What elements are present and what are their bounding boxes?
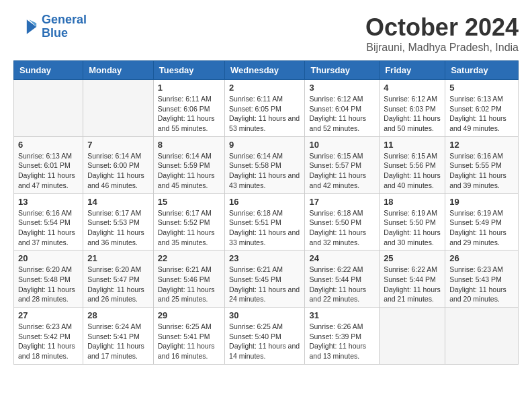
day-detail: Sunrise: 6:18 AMSunset: 5:51 PMDaylight:…	[229, 208, 300, 248]
day-detail: Sunrise: 6:17 AMSunset: 5:53 PMDaylight:…	[87, 208, 149, 248]
weekday-header-row: SundayMondayTuesdayWednesdayThursdayFrid…	[14, 61, 519, 80]
day-number: 23	[229, 253, 300, 263]
day-number: 11	[384, 140, 441, 150]
day-detail: Sunrise: 6:12 AMSunset: 6:04 PMDaylight:…	[309, 94, 375, 134]
calendar-cell: 3Sunrise: 6:12 AMSunset: 6:04 PMDaylight…	[305, 80, 380, 137]
day-detail: Sunrise: 6:19 AMSunset: 5:50 PMDaylight:…	[384, 208, 441, 248]
calendar-cell: 17Sunrise: 6:18 AMSunset: 5:50 PMDayligh…	[305, 193, 380, 250]
day-number: 22	[158, 253, 220, 263]
weekday-header-monday: Monday	[83, 61, 154, 80]
day-number: 17	[309, 197, 375, 207]
calendar-cell: 4Sunrise: 6:12 AMSunset: 6:03 PMDaylight…	[380, 80, 445, 137]
day-number: 9	[229, 140, 300, 150]
day-number: 12	[449, 140, 514, 150]
day-detail: Sunrise: 6:21 AMSunset: 5:45 PMDaylight:…	[229, 265, 300, 304]
day-number: 30	[229, 310, 300, 320]
weekday-header-wednesday: Wednesday	[225, 61, 305, 80]
day-number: 13	[18, 197, 79, 207]
day-number: 15	[158, 197, 220, 207]
day-detail: Sunrise: 6:26 AMSunset: 5:39 PMDaylight:…	[309, 322, 375, 361]
day-detail: Sunrise: 6:13 AMSunset: 6:02 PMDaylight:…	[449, 94, 514, 134]
day-detail: Sunrise: 6:18 AMSunset: 5:50 PMDaylight:…	[309, 208, 375, 248]
day-number: 28	[87, 310, 149, 320]
day-detail: Sunrise: 6:15 AMSunset: 5:56 PMDaylight:…	[384, 151, 441, 191]
day-detail: Sunrise: 6:19 AMSunset: 5:49 PMDaylight:…	[449, 208, 514, 248]
weekday-header-tuesday: Tuesday	[153, 61, 224, 80]
logo-icon	[13, 15, 38, 39]
calendar-cell: 16Sunrise: 6:18 AMSunset: 5:51 PMDayligh…	[225, 193, 305, 250]
day-number: 20	[18, 253, 79, 263]
calendar-cell: 15Sunrise: 6:17 AMSunset: 5:52 PMDayligh…	[153, 193, 224, 250]
day-detail: Sunrise: 6:24 AMSunset: 5:41 PMDaylight:…	[87, 322, 149, 361]
day-number: 26	[449, 253, 514, 263]
page-header: General Blue October 2024 Bijrauni, Madh…	[13, 13, 519, 54]
day-detail: Sunrise: 6:14 AMSunset: 6:00 PMDaylight:…	[87, 151, 149, 191]
calendar-cell: 31Sunrise: 6:26 AMSunset: 5:39 PMDayligh…	[305, 308, 380, 365]
day-number: 25	[384, 253, 441, 263]
calendar-cell: 18Sunrise: 6:19 AMSunset: 5:50 PMDayligh…	[380, 193, 445, 250]
calendar-week-row: 1Sunrise: 6:11 AMSunset: 6:06 PMDaylight…	[14, 80, 519, 137]
day-detail: Sunrise: 6:23 AMSunset: 5:43 PMDaylight:…	[449, 265, 514, 304]
calendar-cell: 24Sunrise: 6:22 AMSunset: 5:44 PMDayligh…	[305, 250, 380, 308]
logo-line2: Blue	[42, 26, 68, 40]
logo-line1: General	[42, 13, 87, 26]
day-number: 19	[449, 197, 514, 207]
day-detail: Sunrise: 6:22 AMSunset: 5:44 PMDaylight:…	[384, 265, 441, 304]
calendar-header: SundayMondayTuesdayWednesdayThursdayFrid…	[14, 61, 519, 80]
calendar-cell	[83, 80, 154, 137]
day-number: 29	[158, 310, 220, 320]
calendar-cell: 29Sunrise: 6:25 AMSunset: 5:41 PMDayligh…	[153, 308, 224, 365]
day-number: 1	[158, 83, 220, 93]
day-detail: Sunrise: 6:22 AMSunset: 5:44 PMDaylight:…	[309, 265, 375, 304]
calendar-cell: 12Sunrise: 6:16 AMSunset: 5:55 PMDayligh…	[445, 136, 519, 193]
day-number: 16	[229, 197, 300, 207]
day-number: 3	[309, 83, 375, 93]
day-detail: Sunrise: 6:17 AMSunset: 5:52 PMDaylight:…	[158, 208, 220, 248]
calendar-cell: 2Sunrise: 6:11 AMSunset: 6:05 PMDaylight…	[225, 80, 305, 137]
calendar-cell: 27Sunrise: 6:23 AMSunset: 5:42 PMDayligh…	[14, 308, 83, 365]
day-detail: Sunrise: 6:20 AMSunset: 5:48 PMDaylight:…	[18, 265, 79, 304]
day-number: 10	[309, 140, 375, 150]
calendar-cell: 11Sunrise: 6:15 AMSunset: 5:56 PMDayligh…	[380, 136, 445, 193]
logo-text: General Blue	[42, 13, 87, 40]
day-number: 4	[384, 83, 441, 93]
weekday-header-friday: Friday	[380, 61, 445, 80]
day-detail: Sunrise: 6:16 AMSunset: 5:54 PMDaylight:…	[18, 208, 79, 248]
day-detail: Sunrise: 6:25 AMSunset: 5:41 PMDaylight:…	[158, 322, 220, 361]
calendar-cell: 13Sunrise: 6:16 AMSunset: 5:54 PMDayligh…	[14, 193, 83, 250]
day-detail: Sunrise: 6:16 AMSunset: 5:55 PMDaylight:…	[449, 151, 514, 191]
day-detail: Sunrise: 6:13 AMSunset: 6:01 PMDaylight:…	[18, 151, 79, 191]
day-number: 21	[87, 253, 149, 263]
day-detail: Sunrise: 6:21 AMSunset: 5:46 PMDaylight:…	[158, 265, 220, 304]
day-detail: Sunrise: 6:15 AMSunset: 5:57 PMDaylight:…	[309, 151, 375, 191]
day-number: 31	[309, 310, 375, 320]
day-number: 5	[449, 83, 514, 93]
calendar-cell: 10Sunrise: 6:15 AMSunset: 5:57 PMDayligh…	[305, 136, 380, 193]
day-detail: Sunrise: 6:11 AMSunset: 6:06 PMDaylight:…	[158, 94, 220, 134]
calendar-cell	[445, 308, 519, 365]
day-number: 6	[18, 140, 79, 150]
calendar-cell: 9Sunrise: 6:14 AMSunset: 5:58 PMDaylight…	[225, 136, 305, 193]
calendar-cell: 21Sunrise: 6:20 AMSunset: 5:47 PMDayligh…	[83, 250, 154, 308]
day-detail: Sunrise: 6:14 AMSunset: 5:59 PMDaylight:…	[158, 151, 220, 191]
calendar-cell: 20Sunrise: 6:20 AMSunset: 5:48 PMDayligh…	[14, 250, 83, 308]
day-number: 18	[384, 197, 441, 207]
calendar-cell: 23Sunrise: 6:21 AMSunset: 5:45 PMDayligh…	[225, 250, 305, 308]
day-detail: Sunrise: 6:11 AMSunset: 6:05 PMDaylight:…	[229, 94, 300, 134]
calendar-week-row: 27Sunrise: 6:23 AMSunset: 5:42 PMDayligh…	[14, 308, 519, 365]
calendar-cell: 25Sunrise: 6:22 AMSunset: 5:44 PMDayligh…	[380, 250, 445, 308]
day-detail: Sunrise: 6:23 AMSunset: 5:42 PMDaylight:…	[18, 322, 79, 361]
calendar-cell: 28Sunrise: 6:24 AMSunset: 5:41 PMDayligh…	[83, 308, 154, 365]
calendar-cell: 5Sunrise: 6:13 AMSunset: 6:02 PMDaylight…	[445, 80, 519, 137]
day-detail: Sunrise: 6:20 AMSunset: 5:47 PMDaylight:…	[87, 265, 149, 304]
calendar-week-row: 13Sunrise: 6:16 AMSunset: 5:54 PMDayligh…	[14, 193, 519, 250]
day-number: 2	[229, 83, 300, 93]
location-subtitle: Bijrauni, Madhya Pradesh, India	[365, 42, 519, 54]
day-number: 27	[18, 310, 79, 320]
day-detail: Sunrise: 6:25 AMSunset: 5:40 PMDaylight:…	[229, 322, 300, 361]
calendar-cell: 19Sunrise: 6:19 AMSunset: 5:49 PMDayligh…	[445, 193, 519, 250]
calendar-table: SundayMondayTuesdayWednesdayThursdayFrid…	[13, 60, 519, 365]
calendar-cell: 30Sunrise: 6:25 AMSunset: 5:40 PMDayligh…	[225, 308, 305, 365]
title-block: October 2024 Bijrauni, Madhya Pradesh, I…	[365, 13, 519, 54]
day-number: 7	[87, 140, 149, 150]
